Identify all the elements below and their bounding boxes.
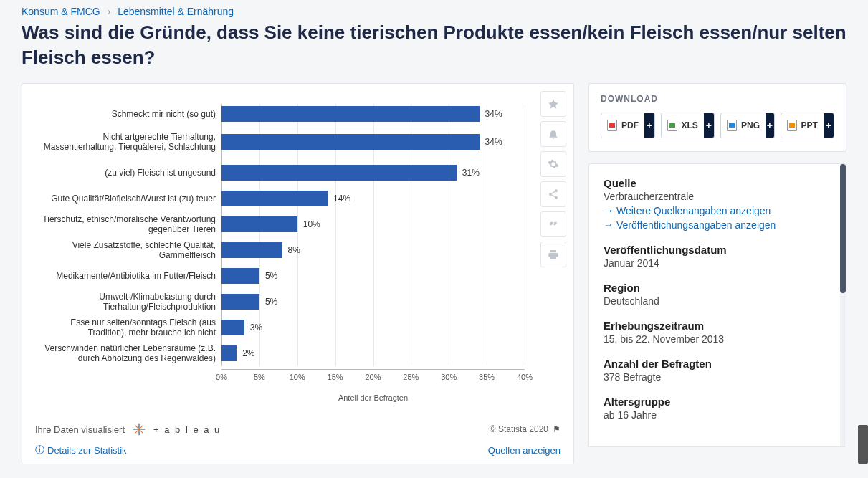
meta-age-value: ab 16 Jahre [604,409,831,421]
chart-x-tick: 35% [479,373,495,381]
chart-bar-value-label: 5% [265,297,277,307]
share-icon [548,188,559,200]
breadcrumb-link-1[interactable]: Konsum & FMCG [22,6,100,17]
chart-x-title: Anteil der Befragten [221,393,525,402]
details-link[interactable]: ⓘ Details zur Statistik [35,444,127,457]
chart-y-label: Schmeckt mir nicht (so gut) [35,104,221,124]
page-title: Was sind die Gründe, dass Sie keine tier… [22,20,846,70]
chart-x-tick: 25% [403,373,419,381]
meta-pubdate-label: Veröffentlichungsdatum [604,244,831,256]
download-png-button[interactable]: PNG + [720,113,775,138]
download-pdf-label: PDF [621,120,639,130]
arrow-right-icon: → [604,219,614,231]
breadcrumb: Konsum & FMCG › Lebensmittel & Ernährung [22,0,846,20]
meta-period-label: Erhebungszeitraum [604,320,831,332]
share-button[interactable] [540,181,566,207]
meta-scrollbar-thumb[interactable] [840,164,846,293]
chart-bar-row: 34% [221,104,525,124]
meta-region-value: Deutschland [604,295,831,307]
tableau-logo-icon [132,422,146,436]
chart-y-label: Medikamente/Antibiotika im Futter/Fleisc… [35,263,221,289]
download-heading: DOWNLOAD [601,94,834,104]
chart-panel: Schmeckt mir nicht (so gut)Nicht artgere… [22,83,574,464]
meta-more-pub-link[interactable]: →Veröffentlichungsangaben anzeigen [604,219,831,231]
download-xls-button[interactable]: XLS + [661,113,715,138]
chart-bar-value-label: 3% [250,322,262,333]
print-icon [548,249,559,260]
chart-bar-value-label: 34% [485,137,502,147]
tableau-wordmark: + a b l e a u [153,424,221,435]
plus-badge: + [766,113,773,138]
chart-y-label: Umwelt-/Klimabelastung durch Tierhaltung… [35,289,221,315]
chart-bar[interactable] [221,345,237,361]
chart-bar-value-label: 10% [303,219,320,229]
star-icon [548,98,559,110]
svg-point-1 [549,193,552,196]
chart-plot: 34%34%31%14%10%8%5%5%3%2% [221,104,525,366]
notify-button[interactable] [540,121,566,147]
chart-bar-value-label: 8% [288,245,300,255]
meta-region-label: Region [604,282,831,294]
chart-area: Schmeckt mir nicht (so gut)Nicht artgere… [35,97,561,409]
chart-bar[interactable] [221,216,297,232]
chart-bar[interactable] [221,191,328,206]
meta-n-value: 378 Befragte [604,371,831,383]
chart-bar-value-label: 34% [485,109,502,119]
chart-bar[interactable] [221,165,457,181]
download-ppt-button[interactable]: PPT + [781,113,835,138]
chart-bar-value-label: 5% [265,271,277,281]
meta-period-value: 15. bis 22. November 2013 [604,333,831,345]
chart-y-labels: Schmeckt mir nicht (so gut)Nicht artgere… [35,104,221,402]
chart-y-label: Viele Zusatzstoffe, schlechte Qualität, … [35,237,221,263]
chart-y-label: Nicht artgerechte Tierhaltung, Massentie… [35,124,221,160]
meta-scrollbar-track[interactable] [840,164,846,446]
cite-button[interactable] [540,211,566,237]
chart-bar[interactable] [221,268,259,284]
ppt-file-icon [787,120,797,131]
chart-bar[interactable] [221,106,480,122]
settings-button[interactable] [540,151,566,177]
meta-more-sources-link[interactable]: →Weitere Quellenangaben anzeigen [604,205,831,216]
gear-icon [548,158,559,170]
chart-x-tick: 30% [441,373,457,381]
chart-bar-row: 2% [221,340,525,366]
chart-bar-value-label: 14% [333,193,350,204]
chart-x-tick: 15% [328,373,343,381]
quote-icon [548,219,559,230]
breadcrumb-link-2[interactable]: Lebensmittel & Ernährung [118,6,234,17]
chart-y-label: Tierschutz, ethisch/moralische Verantwor… [35,211,221,237]
chart-y-label: Verschwinden natürlicher Lebensräume (z.… [35,340,221,366]
download-pdf-button[interactable]: PDF + [601,113,655,138]
download-xls-label: XLS [682,120,698,130]
plus-badge: + [824,113,834,138]
meta-panel: Quelle Verbraucherzentrale →Weitere Quel… [588,163,846,447]
chart-bar[interactable] [221,294,259,310]
chart-bar[interactable] [221,134,480,150]
chart-x-tick: 40% [517,373,533,381]
svg-point-2 [555,196,558,199]
chart-side-actions [540,91,566,267]
chart-grid-line [525,104,525,366]
chart-bar-row: 3% [221,315,525,340]
chart-bar-value-label: 31% [462,168,480,178]
copyright: © Statista 2020 ⚑ [490,424,561,434]
favorite-button[interactable] [540,91,566,117]
sources-link[interactable]: Quellen anzeigen [488,444,561,457]
visualized-by-label: Ihre Daten visualisiert [35,424,125,435]
svg-point-0 [555,190,558,193]
flag-icon[interactable]: ⚑ [553,424,561,434]
page-scrollbar-thumb[interactable] [858,425,868,464]
chart-x-tick: 20% [365,373,381,381]
chart-y-label: (zu viel) Fleisch ist ungesund [35,160,221,186]
png-file-icon [727,120,737,131]
chart-bars-column: 34%34%31%14%10%8%5%5%3%2% 0%5%10%15%20%2… [221,104,525,402]
chart-bar[interactable] [221,320,244,335]
chart-bar-row: 14% [221,186,525,211]
chart-x-axis: 0%5%10%15%20%25%30%35%40% [221,369,525,392]
meta-pubdate-value: Januar 2014 [604,257,831,269]
meta-source-value: Verbraucherzentrale [604,191,831,202]
chart-bar[interactable] [221,242,282,258]
download-ppt-label: PPT [801,120,818,130]
print-button[interactable] [540,242,566,267]
download-png-label: PNG [741,120,760,130]
